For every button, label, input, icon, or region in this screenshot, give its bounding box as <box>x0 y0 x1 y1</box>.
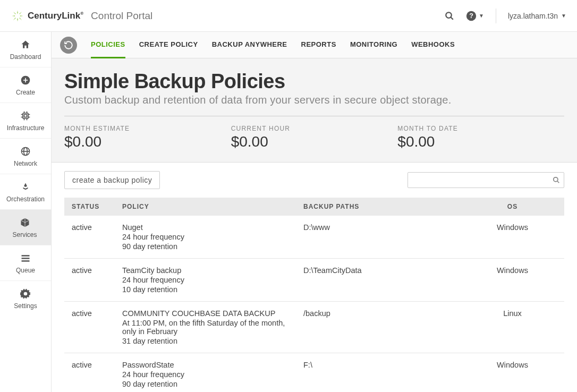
svg-rect-5 <box>23 113 28 118</box>
tab-create-policy[interactable]: CREATE POLICY <box>139 32 198 58</box>
sidebar-item-create[interactable]: Create <box>0 67 51 103</box>
stat-value: $0.00 <box>64 133 231 150</box>
centurylink-logo-icon <box>11 9 24 23</box>
user-name: lyza.latham.t3n <box>508 12 558 20</box>
cell-paths: D:\TeamCityData <box>296 259 461 302</box>
col-policy[interactable]: POLICY <box>115 198 296 216</box>
stat-month-estimate: MONTH ESTIMATE$0.00 <box>64 125 231 150</box>
svg-line-1 <box>451 17 453 20</box>
search-icon[interactable] <box>445 11 454 21</box>
divider <box>496 8 496 23</box>
cell-paths: /backup <box>296 302 461 353</box>
cell-policy: PasswordState24 hour frequency90 day ret… <box>115 353 296 393</box>
svg-rect-20 <box>22 260 30 262</box>
page-subtitle: Custom backup and retention of data from… <box>64 94 564 106</box>
table-header-row: STATUSPOLICYBACKUP PATHSOS <box>64 198 564 216</box>
divider <box>64 116 564 116</box>
search-icon[interactable] <box>553 176 560 184</box>
cell-policy: TeamCity backup24 hour frequency10 day r… <box>115 259 296 302</box>
sidebar: DashboardCreateInfrastructureNetworkOrch… <box>0 32 52 392</box>
sidebar-item-dashboard[interactable]: Dashboard <box>0 32 51 67</box>
tab-monitoring[interactable]: MONITORING <box>350 32 397 58</box>
list-icon <box>20 253 31 263</box>
col-backup-paths[interactable]: BACKUP PATHS <box>296 198 461 216</box>
svg-rect-6 <box>24 115 27 117</box>
tab-webhooks[interactable]: WEBHOOKS <box>411 32 455 58</box>
sidebar-item-label: Settings <box>14 302 37 310</box>
home-icon <box>20 39 31 50</box>
svg-point-21 <box>554 177 558 182</box>
content-area: POLICIESCREATE POLICYBACKUP ANYWHEREREPO… <box>52 32 577 392</box>
create-backup-policy-button[interactable]: create a backup policy <box>64 171 160 189</box>
col-os[interactable]: OS <box>461 198 564 216</box>
table-body: activeNuget24 hour frequency90 day reten… <box>64 216 564 392</box>
layers-icon <box>21 182 30 192</box>
sidebar-item-infrastructure[interactable]: Infrastructure <box>0 103 51 139</box>
page-header-panel: Simple Backup Policies Custom backup and… <box>52 58 577 163</box>
sidebar-item-label: Infrastructure <box>7 124 45 132</box>
svg-rect-19 <box>22 258 30 259</box>
tab-backup-anywhere[interactable]: BACKUP ANYWHERE <box>212 32 287 58</box>
table-row[interactable]: activePasswordState24 hour frequency90 d… <box>64 353 564 393</box>
stat-month-to-date: MONTH TO DATE$0.00 <box>397 125 564 150</box>
cell-os: Linux <box>461 302 564 353</box>
page-title: Simple Backup Policies <box>64 70 564 93</box>
plus-circle-icon <box>20 75 31 86</box>
stats-row: MONTH ESTIMATE$0.00CURRENT HOUR$0.00MONT… <box>64 125 564 150</box>
stat-value: $0.00 <box>231 133 398 150</box>
sidebar-item-orchestration[interactable]: Orchestration <box>0 174 51 210</box>
table-row[interactable]: activeNuget24 hour frequency90 day reten… <box>64 216 564 259</box>
sidebar-item-label: Orchestration <box>6 195 45 203</box>
policies-table: STATUSPOLICYBACKUP PATHSOS activeNuget24… <box>64 198 564 392</box>
sidebar-item-network[interactable]: Network <box>0 139 51 174</box>
svg-text:?: ? <box>469 12 473 20</box>
cell-policy: Nuget24 hour frequency90 day retention <box>115 216 296 259</box>
cell-os: Windows <box>461 216 564 259</box>
chevron-down-icon: ▼ <box>561 13 566 19</box>
sidebar-item-label: Services <box>12 231 37 238</box>
box-icon <box>20 217 30 228</box>
user-menu[interactable]: lyza.latham.t3n ▼ <box>508 12 566 20</box>
gear-icon <box>20 288 31 299</box>
sidebar-item-services[interactable]: Services <box>0 210 51 245</box>
cpu-icon <box>20 110 31 121</box>
cell-paths: D:\www <box>296 216 461 259</box>
backup-service-icon <box>60 37 77 54</box>
table-row[interactable]: activeTeamCity backup24 hour frequency10… <box>64 259 564 302</box>
policy-search-input[interactable] <box>408 172 564 188</box>
help-icon[interactable]: ? ▼ <box>466 11 484 21</box>
chevron-down-icon: ▼ <box>479 13 484 19</box>
tab-bar: POLICIESCREATE POLICYBACKUP ANYWHEREREPO… <box>52 32 577 58</box>
globe-icon <box>20 146 31 157</box>
top-header: CenturyLink® Control Portal ? ▼ lyza.lat… <box>0 0 577 32</box>
stat-current-hour: CURRENT HOUR$0.00 <box>231 125 398 150</box>
cell-status: active <box>64 216 115 259</box>
tab-reports[interactable]: REPORTS <box>301 32 336 58</box>
brand-logo[interactable]: CenturyLink® <box>11 9 83 23</box>
brand-name: CenturyLink® <box>28 11 83 21</box>
cell-status: active <box>64 259 115 302</box>
stat-value: $0.00 <box>397 133 564 150</box>
tab-policies[interactable]: POLICIES <box>91 32 125 58</box>
col-status[interactable]: STATUS <box>64 198 115 216</box>
search-wrap <box>408 172 564 188</box>
sidebar-item-queue[interactable]: Queue <box>0 245 51 281</box>
cell-status: active <box>64 302 115 353</box>
stat-label: CURRENT HOUR <box>231 125 398 132</box>
cell-paths: F:\ <box>296 353 461 393</box>
sidebar-item-settings[interactable]: Settings <box>0 281 51 316</box>
table-row[interactable]: activeCOMMUNITY COUCHBASE DATA BACKUPAt … <box>64 302 564 353</box>
cell-os: Windows <box>461 353 564 393</box>
actions-row: create a backup policy <box>52 163 577 198</box>
svg-rect-18 <box>22 255 30 257</box>
sidebar-item-label: Queue <box>16 267 35 274</box>
svg-point-0 <box>446 12 452 18</box>
cell-os: Windows <box>461 259 564 302</box>
cell-status: active <box>64 353 115 393</box>
stat-label: MONTH TO DATE <box>397 125 564 132</box>
cell-policy: COMMUNITY COUCHBASE DATA BACKUPAt 11:00 … <box>115 302 296 353</box>
svg-line-22 <box>557 181 559 183</box>
sidebar-item-label: Create <box>16 89 35 96</box>
portal-title: Control Portal <box>91 10 152 22</box>
sidebar-item-label: Network <box>14 160 37 167</box>
